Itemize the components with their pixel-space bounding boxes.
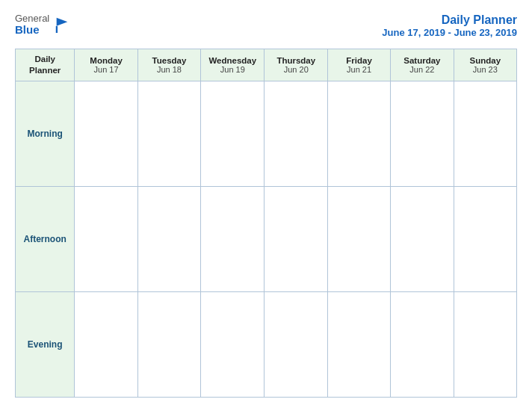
logo-general-text: General [15,13,49,24]
day-date-tuesday: Jun 18 [140,65,199,74]
day-date-wednesday: Jun 19 [202,65,262,74]
page: General Blue Daily Planner June 17, 2019… [0,0,532,411]
svg-rect-1 [56,26,58,33]
evening-sunday[interactable] [454,291,516,397]
evening-wednesday[interactable] [201,291,265,397]
day-date-thursday: Jun 20 [266,65,326,74]
afternoon-monday[interactable] [75,186,137,291]
morning-row: Morning [16,81,517,186]
morning-saturday[interactable] [391,81,454,186]
evening-label: Evening [16,291,75,397]
morning-monday[interactable] [75,81,137,186]
afternoon-friday[interactable] [328,186,391,291]
afternoon-tuesday[interactable] [137,186,200,291]
day-date-friday: Jun 21 [330,65,389,74]
day-name-saturday: Saturday [392,56,452,65]
morning-wednesday[interactable] [201,81,265,186]
header-tuesday: Tuesday Jun 18 [137,49,200,81]
afternoon-row: Afternoon [16,186,517,291]
header-saturday: Saturday Jun 22 [391,49,454,81]
morning-friday[interactable] [328,81,391,186]
morning-thursday[interactable] [265,81,328,186]
afternoon-sunday[interactable] [454,186,516,291]
day-date-sunday: Jun 23 [456,65,515,74]
morning-sunday[interactable] [454,81,516,186]
afternoon-saturday[interactable] [391,186,454,291]
evening-monday[interactable] [75,291,137,397]
header-wednesday: Wednesday Jun 19 [201,49,265,81]
day-name-sunday: Sunday [456,56,515,65]
calendar-header-row: Daily Planner Monday Jun 17 Tuesday Jun … [16,49,517,81]
planner-title: Daily Planner [382,13,517,27]
day-date-saturday: Jun 22 [392,65,452,74]
day-name-thursday: Thursday [266,56,326,65]
day-date-monday: Jun 17 [76,65,135,74]
day-name-tuesday: Tuesday [140,56,199,65]
header-sunday: Sunday Jun 23 [454,49,516,81]
logo-text: General Blue [15,13,49,37]
day-name-friday: Friday [330,56,389,65]
evening-tuesday[interactable] [137,291,200,397]
morning-label: Morning [16,81,75,186]
svg-marker-0 [57,18,68,26]
header: General Blue Daily Planner June 17, 2019… [15,13,517,38]
header-friday: Friday Jun 21 [328,49,391,81]
calendar-table: Daily Planner Monday Jun 17 Tuesday Jun … [15,49,517,398]
evening-row: Evening [16,291,517,397]
planner-date-range: June 17, 2019 - June 23, 2019 [382,27,517,38]
title-area: Daily Planner June 17, 2019 - June 23, 2… [382,13,517,38]
logo-icon [54,16,70,33]
morning-tuesday[interactable] [137,81,200,186]
planner-header-cell: Daily Planner [16,49,75,81]
day-name-monday: Monday [76,56,135,65]
afternoon-thursday[interactable] [265,186,328,291]
header-monday: Monday Jun 17 [75,49,137,81]
evening-saturday[interactable] [391,291,454,397]
logo-area: General Blue [15,13,70,37]
day-name-wednesday: Wednesday [202,56,262,65]
logo-blue-text: Blue [15,24,49,37]
planner-label-line1: Daily [34,55,55,64]
planner-label-line2: Planner [29,66,61,75]
evening-thursday[interactable] [265,291,328,397]
header-thursday: Thursday Jun 20 [265,49,328,81]
afternoon-wednesday[interactable] [201,186,265,291]
afternoon-label: Afternoon [16,186,75,291]
evening-friday[interactable] [328,291,391,397]
